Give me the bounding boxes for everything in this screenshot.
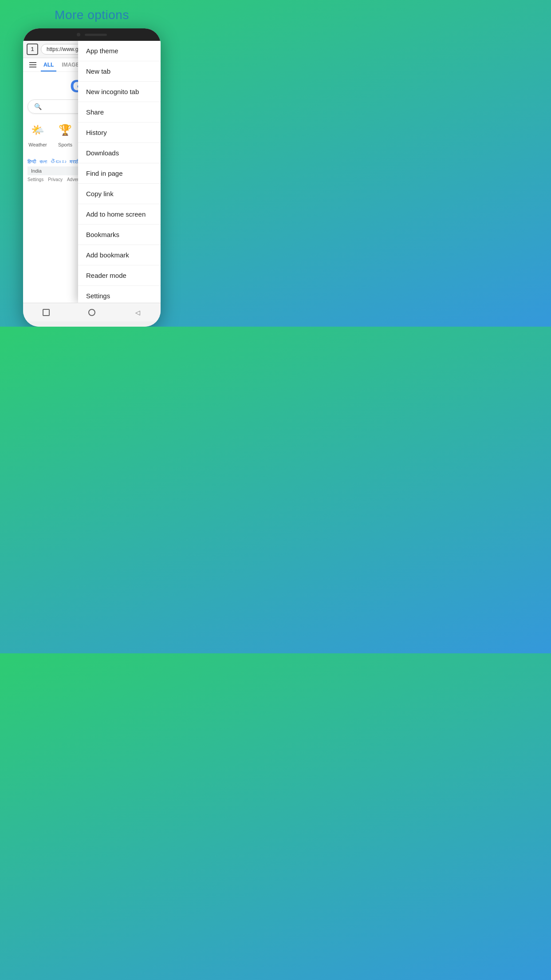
phone-screen: 1 https://www.goo ALL IMAGES <box>23 41 161 303</box>
hamburger-menu-icon[interactable] <box>28 59 38 71</box>
nav-back-button[interactable]: ◁ <box>132 307 143 318</box>
lang-marathi[interactable]: मराठी <box>70 159 79 165</box>
tab-count: 1 <box>31 46 34 52</box>
shortcut-weather[interactable]: 🌤️ Weather <box>28 120 48 147</box>
phone-speaker <box>85 34 107 36</box>
sports-icon: 🏆 <box>55 120 75 140</box>
nav-home-button[interactable] <box>87 307 97 318</box>
phone-bottom <box>23 321 161 327</box>
dropdown-menu: App themeNew tabNew incognito tabShareHi… <box>78 41 161 303</box>
dropdown-item-downloads[interactable]: Downloads <box>78 143 161 163</box>
phone-shell: 1 https://www.goo ALL IMAGES <box>23 28 161 327</box>
dropdown-item-share[interactable]: Share <box>78 102 161 122</box>
lang-bengali[interactable]: বাংলা <box>39 159 47 165</box>
search-icon: 🔍 <box>34 103 42 110</box>
tab-all[interactable]: ALL <box>41 58 56 71</box>
dropdown-item-add-to-home-screen[interactable]: Add to home screen <box>78 204 161 225</box>
front-camera <box>77 33 80 36</box>
weather-label: Weather <box>28 142 47 147</box>
shortcut-sports[interactable]: 🏆 Sports <box>55 120 75 147</box>
tabs-icon <box>43 309 50 316</box>
dropdown-item-new-tab[interactable]: New tab <box>78 61 161 82</box>
weather-icon: 🌤️ <box>28 120 48 140</box>
phone-nav-bar: ◁ <box>23 303 161 321</box>
phone-top-bar <box>23 28 161 41</box>
dropdown-item-bookmarks[interactable]: Bookmarks <box>78 225 161 245</box>
dropdown-item-settings[interactable]: Settings <box>78 286 161 303</box>
dropdown-item-new-incognito-tab[interactable]: New incognito tab <box>78 82 161 102</box>
dropdown-item-reader-mode[interactable]: Reader mode <box>78 265 161 286</box>
dropdown-item-find-in-page[interactable]: Find in page <box>78 163 161 184</box>
home-icon <box>88 309 95 316</box>
tab-count-box[interactable]: 1 <box>27 43 38 55</box>
lang-hindi[interactable]: हिन्दी <box>28 159 36 165</box>
footer-settings[interactable]: Settings <box>28 177 43 182</box>
dropdown-item-app-theme[interactable]: App theme <box>78 41 161 61</box>
dropdown-item-add-bookmark[interactable]: Add bookmark <box>78 245 161 265</box>
dropdown-item-copy-link[interactable]: Copy link <box>78 184 161 204</box>
footer-privacy[interactable]: Privacy <box>48 177 63 182</box>
dropdown-item-history[interactable]: History <box>78 122 161 143</box>
nav-tabs-button[interactable] <box>41 307 51 318</box>
sports-label: Sports <box>58 142 72 147</box>
back-icon: ◁ <box>135 309 140 316</box>
lang-telugu[interactable]: తెలుగు <box>51 159 66 165</box>
page-title: More options <box>55 8 129 22</box>
